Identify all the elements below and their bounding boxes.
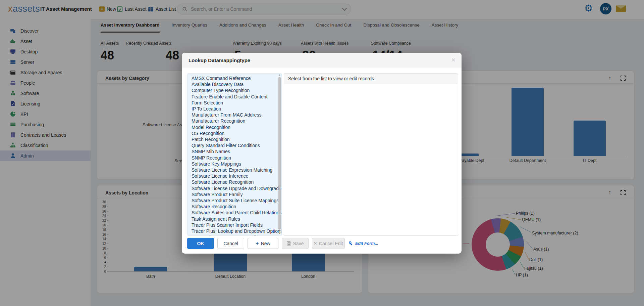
- datamapping-list-item[interactable]: AMSX Command Reference: [192, 75, 281, 81]
- scroll-up-icon[interactable]: ▲: [278, 74, 281, 76]
- cancel-button[interactable]: Cancel: [217, 238, 244, 249]
- plus-icon: +: [256, 241, 259, 247]
- edit-form-link[interactable]: Edit Form...: [349, 238, 386, 249]
- save-label: Save: [293, 241, 304, 246]
- datamapping-list-item[interactable]: Software Product Suite License Mappings: [192, 198, 281, 204]
- datamapping-list-item[interactable]: Software Key Mappings: [192, 161, 281, 167]
- new-record-label: New: [261, 241, 270, 246]
- save-button[interactable]: Save: [282, 238, 309, 249]
- ok-button[interactable]: OK: [187, 238, 214, 249]
- new-record-button[interactable]: + New: [248, 238, 278, 249]
- datamapping-list-item[interactable]: Software Product Family: [192, 191, 281, 198]
- datamapping-list-item[interactable]: SNMP Mib Names: [192, 148, 281, 155]
- datamapping-list-item[interactable]: Query Standard Filter Conditions: [192, 142, 281, 148]
- datamapping-list-item[interactable]: Software License Upgrade and Downgrade: [192, 185, 281, 191]
- cancel-edit-label: Cancel Edit: [319, 241, 343, 246]
- datamapping-list-item[interactable]: Tracer Plus: Scanner Import Files: [192, 234, 281, 236]
- record-detail-pane: Select from the list to view or edit rec…: [284, 73, 458, 236]
- datamapping-list-item[interactable]: Form Selection: [192, 100, 281, 106]
- datamapping-list-item[interactable]: Task Assignment Rules: [192, 216, 281, 222]
- datamapping-list-item[interactable]: Computer Type Recognition: [192, 87, 281, 93]
- datamapping-list-item[interactable]: Model Recognition: [192, 124, 281, 130]
- datamapping-list-item[interactable]: IP To Location: [192, 106, 281, 112]
- datamapping-list-item[interactable]: Manufacturer Recognition: [192, 118, 281, 124]
- list-scrollbar[interactable]: [278, 77, 281, 230]
- datamapping-list-item[interactable]: Tracer Plus: Lookup and Dropdown Options…: [192, 228, 281, 234]
- close-icon[interactable]: ×: [451, 56, 455, 64]
- wrench-icon: [349, 241, 353, 246]
- datamapping-list-item[interactable]: Software License Recognition: [192, 179, 281, 185]
- edit-form-label: Edit Form...: [355, 241, 378, 246]
- datamapping-list-item[interactable]: Software License Expression Matching: [192, 167, 281, 173]
- datamapping-list-item[interactable]: Software License Inference: [192, 173, 281, 179]
- app-root: xassets IT Asset Management + New Last A…: [0, 0, 644, 306]
- datamapping-list-item[interactable]: Manufacturer From MAC Address: [192, 112, 281, 118]
- datamapping-list-item[interactable]: Available Discovery Data: [192, 81, 281, 87]
- datamapping-list-item[interactable]: Software Recognition: [192, 204, 281, 210]
- datamapping-list-item[interactable]: SNMP Recognition: [192, 155, 281, 161]
- dialog-titlebar: Lookup Datamappingtype ×: [182, 53, 462, 68]
- save-icon: [287, 241, 291, 246]
- datamapping-list-item[interactable]: Feature Enable and Disable Content: [192, 94, 281, 100]
- cancel-edit-button[interactable]: × Cancel Edit: [312, 238, 345, 249]
- datamapping-list-item[interactable]: Patch Recognition: [192, 136, 281, 142]
- x-icon: ×: [314, 241, 317, 247]
- datamapping-list-item[interactable]: OS Recognition: [192, 130, 281, 136]
- detail-pane-header: Select from the list to view or edit rec…: [284, 74, 458, 84]
- lookup-datamappingtype-dialog: Lookup Datamappingtype × AMSX Command Re…: [182, 53, 462, 254]
- datamapping-list-item[interactable]: Software Suites and Parent Child Relatio…: [192, 210, 281, 216]
- datamapping-list-item[interactable]: Tracer Plus Scanner Import Fields: [192, 222, 281, 228]
- scroll-down-icon[interactable]: ▼: [278, 232, 281, 234]
- dialog-title: Lookup Datamappingtype: [189, 57, 250, 63]
- datamapping-list: AMSX Command ReferenceAvailable Discover…: [187, 73, 282, 236]
